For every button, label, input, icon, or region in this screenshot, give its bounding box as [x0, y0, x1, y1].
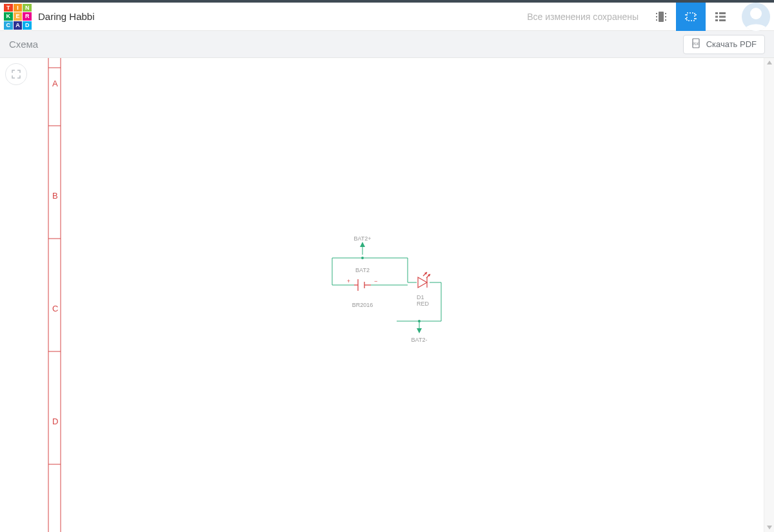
download-pdf-button[interactable]: PDF Скачать PDF — [683, 35, 765, 54]
svg-rect-1 — [656, 13, 657, 14]
svg-rect-13 — [719, 12, 726, 14]
net-label-top: BAT2+ — [353, 235, 371, 242]
component-led[interactable] — [418, 272, 430, 288]
net-label-bottom: BAT2- — [412, 337, 428, 343]
logo-letter: R — [23, 12, 32, 21]
logo-letter: E — [14, 12, 23, 21]
svg-text:PDF: PDF — [693, 42, 699, 46]
logo-letter: N — [23, 4, 32, 12]
app-header: T I N K E R C A D Daring Habbi Все измен… — [0, 3, 774, 31]
battery-value: BR2016 — [352, 302, 373, 308]
svg-rect-6 — [665, 19, 666, 21]
led-value: RED — [417, 300, 430, 307]
logo-letter: C — [4, 21, 13, 30]
svg-rect-4 — [665, 13, 666, 14]
subheader: Схема PDF Скачать PDF — [0, 31, 774, 58]
svg-point-41 — [418, 320, 421, 322]
logo-letter: A — [14, 21, 23, 30]
ruler-row-label: C — [52, 304, 58, 313]
svg-rect-0 — [659, 12, 664, 22]
view-components-button[interactable] — [646, 3, 676, 31]
pdf-icon: PDF — [691, 38, 702, 50]
component-battery[interactable] — [354, 279, 371, 291]
logo-letter: I — [14, 4, 23, 12]
logo-letter: T — [4, 4, 13, 12]
svg-rect-12 — [715, 12, 718, 14]
battery-ref: BAT2 — [355, 267, 370, 273]
canvas-area[interactable]: A B C D — [0, 58, 774, 532]
project-title[interactable]: Daring Habbi — [38, 11, 95, 22]
horizontal-scrollbar[interactable] — [0, 529, 764, 532]
svg-rect-17 — [719, 19, 726, 21]
save-status: Все изменения сохранены — [527, 12, 639, 22]
view-schematic-button[interactable] — [676, 3, 706, 31]
view-list-button[interactable] — [706, 3, 735, 31]
svg-rect-7 — [687, 13, 695, 21]
ruler-row-label: D — [52, 417, 58, 426]
svg-rect-5 — [665, 16, 666, 17]
svg-rect-3 — [656, 19, 657, 21]
logo-letter: K — [4, 12, 13, 21]
schematic-canvas[interactable]: A B C D — [0, 58, 764, 532]
user-avatar[interactable] — [742, 3, 770, 31]
svg-rect-16 — [715, 19, 718, 21]
schematic-wires[interactable] — [332, 242, 441, 333]
battery-plus: + — [347, 278, 350, 284]
vertical-scrollbar[interactable] — [764, 58, 774, 532]
svg-rect-14 — [715, 15, 718, 17]
page-mode-title: Схема — [9, 39, 38, 50]
svg-point-40 — [361, 257, 364, 259]
tinkercad-logo[interactable]: T I N K E R C A D — [4, 4, 32, 30]
led-ref: D1 — [417, 294, 424, 300]
svg-rect-15 — [719, 15, 726, 17]
ruler-row-label: B — [52, 191, 58, 201]
ruler-row-label: A — [52, 79, 58, 88]
svg-point-18 — [750, 8, 762, 19]
logo-letter: D — [23, 21, 32, 30]
battery-minus: − — [374, 278, 377, 284]
download-pdf-label: Скачать PDF — [706, 39, 757, 49]
svg-rect-2 — [656, 16, 657, 17]
